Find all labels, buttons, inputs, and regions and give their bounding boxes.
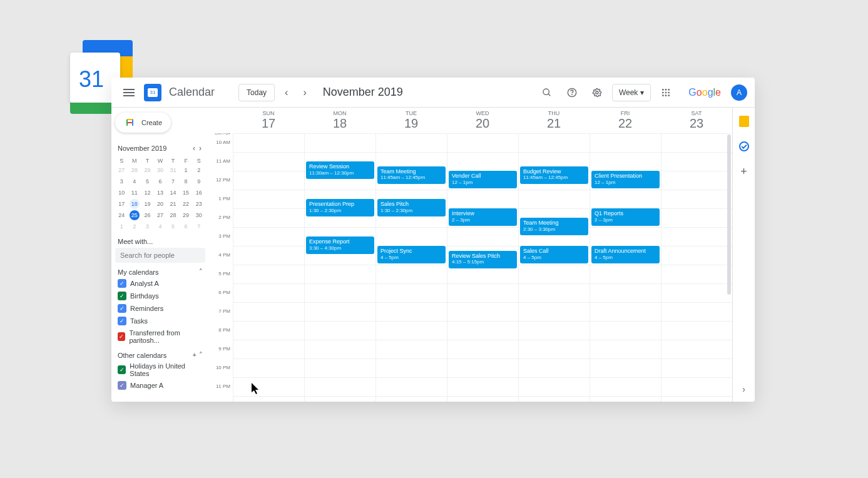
mini-day[interactable]: 4 bbox=[155, 221, 165, 231]
day-column[interactable]: Vender Call12 – 1pmInterview2 – 3pmRevie… bbox=[447, 133, 518, 402]
calendar-event[interactable]: Client Presentation12 – 1pm bbox=[591, 171, 660, 188]
calendar-event[interactable]: Review Session11:30am – 12:30pm bbox=[306, 161, 374, 179]
google-apps-icon[interactable] bbox=[656, 83, 676, 103]
day-header[interactable]: SUN17 bbox=[233, 108, 304, 133]
mini-day[interactable]: 28 bbox=[168, 210, 178, 220]
tasks-icon[interactable] bbox=[738, 140, 750, 153]
calendar-event[interactable]: Budget Review11:45am – 12:45pm bbox=[520, 166, 588, 184]
calendar-event[interactable]: Sales Call4 – 5pm bbox=[520, 246, 588, 263]
calendar-event[interactable]: Vender Call12 – 1pm bbox=[449, 171, 517, 188]
scrollbar[interactable] bbox=[727, 135, 731, 295]
today-button[interactable]: Today bbox=[238, 84, 275, 101]
calendar-event[interactable]: Expense Report3:30 – 4:30pm bbox=[306, 236, 374, 254]
mini-day[interactable]: 28 bbox=[130, 165, 140, 175]
mini-day[interactable]: 30 bbox=[155, 165, 165, 175]
day-header[interactable]: THU21 bbox=[518, 108, 590, 133]
main-menu-button[interactable] bbox=[119, 83, 139, 103]
mini-day[interactable]: 21 bbox=[168, 199, 178, 209]
mini-day[interactable]: 7 bbox=[168, 176, 178, 186]
day-column[interactable] bbox=[661, 133, 732, 402]
mini-day[interactable]: 27 bbox=[116, 165, 126, 175]
keep-icon[interactable] bbox=[738, 115, 750, 128]
mini-day[interactable]: 12 bbox=[142, 188, 152, 198]
day-column[interactable]: Team Meeting11:45am – 12:45pmSales Pitch… bbox=[375, 133, 447, 402]
mini-day[interactable]: 1 bbox=[181, 165, 191, 175]
settings-icon[interactable] bbox=[587, 83, 607, 103]
mini-day[interactable]: 8 bbox=[181, 176, 191, 186]
search-people-input[interactable] bbox=[115, 248, 205, 263]
mini-day[interactable]: 6 bbox=[181, 221, 191, 231]
mini-day[interactable]: 15 bbox=[181, 188, 191, 198]
calendar-item[interactable]: ✓Reminders bbox=[115, 302, 205, 315]
mini-day[interactable]: 6 bbox=[155, 176, 165, 186]
mini-day[interactable]: 5 bbox=[168, 221, 178, 231]
calendar-event[interactable]: Review Sales Pitch4:15 – 5:15pm bbox=[449, 251, 517, 268]
calendar-event[interactable]: Sales Pitch1:30 – 2:30pm bbox=[377, 199, 446, 216]
calendar-event[interactable]: Interview2 – 3pm bbox=[449, 208, 517, 226]
mini-day[interactable]: 3 bbox=[116, 176, 126, 186]
mini-day[interactable]: 30 bbox=[194, 210, 204, 220]
mini-day[interactable]: 31 bbox=[168, 165, 178, 175]
mini-day[interactable]: 24 bbox=[116, 210, 126, 220]
add-other-calendar[interactable]: + bbox=[193, 351, 197, 359]
calendar-event[interactable]: Q1 Reports2 – 3pm bbox=[591, 208, 660, 226]
mini-day[interactable]: 2 bbox=[194, 165, 204, 175]
mini-day[interactable]: 29 bbox=[181, 210, 191, 220]
mini-day[interactable]: 27 bbox=[155, 210, 165, 220]
calendar-item[interactable]: ✓Analyst A bbox=[115, 277, 205, 290]
day-column[interactable]: Client Presentation12 – 1pmQ1 Reports2 –… bbox=[590, 133, 661, 402]
calendar-event[interactable]: Team Meeting2:30 – 3:30pm bbox=[520, 218, 588, 235]
mini-day[interactable]: 26 bbox=[142, 210, 152, 220]
calendar-item[interactable]: ✓Holidays in United States bbox=[115, 360, 205, 379]
mini-day[interactable]: 13 bbox=[155, 188, 165, 198]
calendar-checkbox[interactable]: ✓ bbox=[118, 332, 125, 341]
mini-day[interactable]: 18 bbox=[130, 199, 140, 209]
calendar-item[interactable]: ✓Manager A bbox=[115, 379, 205, 392]
calendar-item[interactable]: ✓Transferred from paritosh... bbox=[115, 327, 205, 346]
mini-day[interactable]: 4 bbox=[130, 176, 140, 186]
calendar-checkbox[interactable]: ✓ bbox=[118, 304, 126, 313]
calendar-item[interactable]: ✓Tasks bbox=[115, 315, 205, 327]
mini-day[interactable]: 20 bbox=[155, 199, 165, 209]
mini-day[interactable]: 7 bbox=[194, 221, 204, 231]
mini-day[interactable]: 29 bbox=[142, 165, 152, 175]
mini-day[interactable]: 23 bbox=[194, 199, 204, 209]
mini-day[interactable]: 11 bbox=[130, 188, 140, 198]
mini-day[interactable]: 14 bbox=[168, 188, 178, 198]
day-column[interactable] bbox=[233, 133, 304, 402]
create-button[interactable]: Create bbox=[115, 113, 171, 133]
mini-calendar[interactable]: SMTWTFS272829303112345678910111213141516… bbox=[115, 158, 205, 231]
calendar-event[interactable]: Draft Announcement4 – 5pm bbox=[591, 246, 660, 263]
day-header[interactable]: SAT23 bbox=[661, 108, 732, 133]
mini-day[interactable]: 19 bbox=[142, 199, 152, 209]
day-header[interactable]: WED20 bbox=[447, 108, 518, 133]
add-addon-icon[interactable]: + bbox=[738, 165, 750, 178]
mini-day[interactable]: 1 bbox=[116, 221, 126, 231]
view-selector[interactable]: Week ▾ bbox=[612, 84, 651, 101]
mini-day[interactable]: 10 bbox=[116, 188, 126, 198]
collapse-side-panel[interactable]: › bbox=[742, 384, 745, 394]
mini-next-month[interactable]: › bbox=[198, 143, 203, 154]
calendar-event[interactable]: Presentation Prep1:30 – 2:30pm bbox=[306, 199, 374, 216]
mini-prev-month[interactable]: ‹ bbox=[191, 143, 197, 154]
day-column[interactable]: Budget Review11:45am – 12:45pmTeam Meeti… bbox=[518, 133, 590, 402]
search-icon[interactable] bbox=[537, 83, 557, 103]
account-avatar[interactable]: A bbox=[731, 84, 747, 101]
mini-day[interactable]: 16 bbox=[194, 188, 204, 198]
mini-day[interactable]: 3 bbox=[142, 221, 152, 231]
prev-period-button[interactable]: ‹ bbox=[280, 84, 293, 101]
calendar-item[interactable]: ✓Birthdays bbox=[115, 290, 205, 302]
mini-day[interactable]: 17 bbox=[116, 199, 126, 209]
calendar-checkbox[interactable]: ✓ bbox=[118, 317, 126, 325]
next-period-button[interactable]: › bbox=[298, 84, 311, 101]
day-header[interactable]: TUE19 bbox=[375, 108, 447, 133]
help-icon[interactable] bbox=[562, 83, 582, 103]
calendar-checkbox[interactable]: ✓ bbox=[118, 292, 126, 300]
calendar-event[interactable]: Team Meeting11:45am – 12:45pm bbox=[377, 166, 446, 184]
mini-day[interactable]: 22 bbox=[181, 199, 191, 209]
day-column[interactable]: Review Session11:30am – 12:30pmPresentat… bbox=[304, 133, 375, 402]
day-header[interactable]: FRI22 bbox=[590, 108, 661, 133]
calendar-checkbox[interactable]: ✓ bbox=[118, 279, 126, 288]
calendar-checkbox[interactable]: ✓ bbox=[118, 381, 126, 390]
day-header[interactable]: MON18 bbox=[304, 108, 375, 133]
